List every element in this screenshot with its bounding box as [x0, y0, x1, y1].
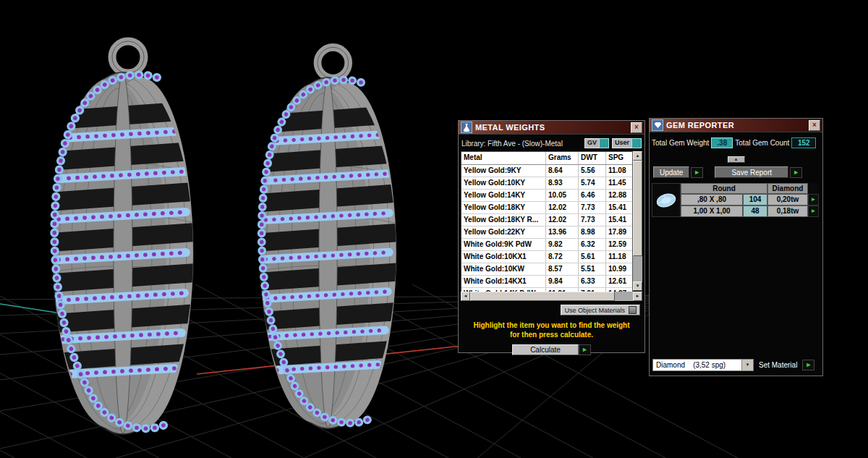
run-icon: ► [805, 361, 812, 368]
metal-name: Yellow Gold:18KY R... [461, 214, 546, 226]
gem-size[interactable]: 1,00 X 1,00 [681, 205, 743, 217]
table-vertical-scrollbar[interactable]: ▲ ▼ [633, 151, 642, 291]
calculate-run-button[interactable]: ► [579, 344, 591, 355]
metal-name: White Gold:14KX1 [461, 276, 546, 287]
earring-model-right[interactable] [242, 47, 412, 428]
metal-row[interactable]: Yellow Gold:22KY 13.96 8.98 17.89 [461, 226, 632, 239]
gv-button[interactable]: GV [584, 138, 609, 148]
scroll-right-icon[interactable]: ► [633, 292, 642, 301]
use-object-materials-button[interactable]: Use Object Materials [561, 305, 640, 315]
gv-indicator-icon [599, 138, 609, 148]
gem-material-header: Diamond [767, 183, 808, 194]
collapse-row: ▲ [650, 150, 822, 164]
gem-size[interactable]: ,80 X ,80 [681, 194, 743, 205]
total-gem-weight-value: .38 [711, 137, 733, 148]
gem-count[interactable]: 104 [743, 194, 767, 205]
metal-row[interactable]: Yellow Gold:18KY 12.02 7.73 15.41 [461, 202, 632, 214]
metal-row[interactable]: Yellow Gold:10KY 8.93 5.74 11.45 [461, 177, 632, 190]
material-select[interactable]: Diamond (3,52 spg) ▼ [652, 359, 754, 371]
calculate-row: Calculate ► [459, 344, 644, 355]
metal-dwt: 6.46 [579, 190, 606, 201]
column-header-metal: Metal [461, 152, 546, 164]
save-report-run-button[interactable]: ► [790, 167, 802, 178]
collapse-button[interactable]: ▲ [728, 156, 745, 163]
gem-reporter-actions: Update ► Save Report ► [650, 164, 822, 178]
metal-weights-panel: METAL WEIGHTS × Library: Fifth Ave - (Sl… [458, 120, 645, 353]
scroll-left-icon[interactable]: ◄ [461, 292, 470, 301]
material-select-value: Diamond (3,52 spg) [656, 361, 726, 369]
column-header-dwt: DWT [579, 152, 606, 164]
metal-dwt: 8.98 [579, 226, 606, 238]
user-indicator-icon [631, 138, 642, 148]
metal-grams: 12.02 [546, 214, 579, 226]
metal-row[interactable]: White Gold:10KX1 8.72 5.61 11.18 [461, 251, 632, 263]
metal-name: Yellow Gold:14KY [461, 190, 546, 201]
gem-reporter-panel: GEM REPORTER × Total Gem Weight .38 Tota… [649, 118, 823, 376]
metal-dwt: 7.73 [579, 202, 606, 213]
metal-weights-table: Metal Grams DWT SPG Yellow Gold:9KY 8.64… [461, 151, 633, 300]
gem-reporter-titlebar[interactable]: GEM REPORTER × [650, 119, 822, 132]
metal-spg: 11.18 [606, 251, 632, 263]
gem-reporter-icon [652, 119, 663, 131]
gem-reporter-title: GEM REPORTER [666, 121, 806, 130]
save-report-button[interactable]: Save Report [715, 166, 788, 178]
gem-count[interactable]: 48 [743, 205, 767, 217]
application-window: METAL WEIGHTS × Library: Fifth Ave - (Sl… [0, 0, 868, 458]
metal-row[interactable]: Yellow Gold:18KY R... 12.02 7.73 15.41 [461, 214, 632, 226]
gem-totals-row: Total Gem Weight .38 Total Gem Count 152 [650, 132, 822, 148]
metal-grams: 8.93 [546, 177, 579, 189]
column-header-grams: Grams [546, 152, 579, 164]
table-horizontal-scrollbar[interactable]: ◄ ► [461, 292, 642, 301]
total-gem-weight-label: Total Gem Weight [652, 139, 709, 147]
metal-weights-close-button[interactable]: × [631, 122, 642, 133]
instruction-text: Highlight the item you want to find the … [468, 321, 636, 339]
metal-row[interactable]: Yellow Gold:9KY 8.64 5.56 11.08 [461, 165, 632, 177]
metal-row[interactable]: White Gold:10KW 8.57 5.51 10.99 [461, 263, 632, 276]
set-material-button[interactable]: Set Material [759, 361, 797, 369]
gem-weight[interactable]: 0,18tw [767, 205, 808, 217]
metal-dwt: 6.32 [579, 239, 606, 250]
gv-button-label: GV [584, 138, 599, 148]
metal-name: White Gold:9K PdW [461, 239, 546, 250]
metal-grams: 9.84 [546, 276, 579, 287]
metal-dwt: 6.33 [579, 276, 606, 287]
gem-weight[interactable]: 0,20tw [767, 194, 808, 205]
scroll-up-icon[interactable]: ▲ [633, 151, 642, 161]
gem-reporter-close-button[interactable]: × [809, 120, 820, 131]
user-button-label: User [612, 138, 631, 148]
metal-table-wrap: Metal Grams DWT SPG Yellow Gold:9KY 8.64… [461, 151, 642, 291]
metal-name: White Gold:10KX1 [461, 251, 546, 263]
metal-spg: 11.08 [606, 165, 632, 177]
metal-spg: 12.59 [606, 239, 632, 250]
calculate-button[interactable]: Calculate [512, 344, 579, 355]
user-button[interactable]: User [612, 138, 642, 148]
use-object-materials-label: Use Object Materials [564, 307, 625, 314]
metal-grams: 13.96 [546, 226, 579, 238]
metal-row[interactable]: Yellow Gold:14KY 10.05 6.46 12.88 [461, 190, 632, 202]
metal-spg: 15.41 [606, 214, 632, 226]
up-arrow-icon: ▲ [734, 157, 739, 161]
update-button[interactable]: Update [653, 166, 689, 178]
gem-shape-header: Round [681, 183, 767, 194]
metal-spg: 11.45 [606, 177, 632, 189]
metal-name: Yellow Gold:22KY [461, 226, 546, 238]
metal-spg: 15.41 [606, 202, 632, 213]
earring-model-left[interactable] [34, 41, 209, 434]
metal-spg: 12.88 [606, 190, 632, 201]
metal-row[interactable]: White Gold:9K PdW 9.82 6.32 12.59 [461, 239, 632, 251]
gem-row-run-button[interactable]: ► [808, 205, 819, 217]
gem-row-run-button[interactable]: ► [808, 194, 819, 205]
run-icon: ► [582, 346, 588, 353]
metal-spg: 17.89 [606, 226, 632, 238]
set-material-run-button[interactable]: ► [802, 360, 814, 370]
metal-dwt: 5.61 [579, 251, 606, 263]
vertical-scroll-thumb[interactable] [633, 161, 642, 256]
horizontal-scroll-thumb[interactable] [470, 292, 615, 301]
gem-reporter-footer: Diamond (3,52 spg) ▼ Set Material ► [652, 359, 820, 371]
scroll-down-icon[interactable]: ▼ [633, 281, 642, 291]
metal-weights-titlebar[interactable]: METAL WEIGHTS × [459, 121, 644, 135]
gem-table: Round Diamond ,80 X ,80 104 0,20tw ► 1,0… [652, 183, 820, 217]
update-run-button[interactable]: ► [691, 167, 703, 178]
dropdown-arrow-icon[interactable]: ▼ [741, 360, 753, 370]
metal-row[interactable]: White Gold:14KX1 9.84 6.33 12.61 [461, 276, 632, 288]
